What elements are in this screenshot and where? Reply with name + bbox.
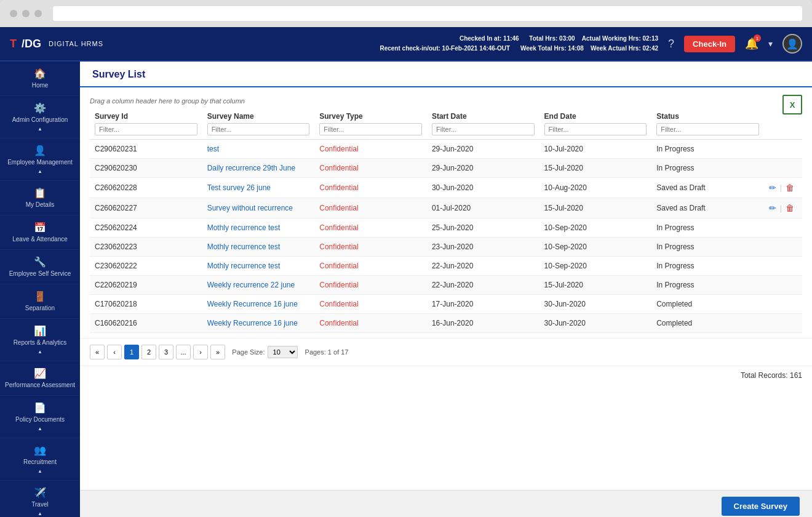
sidebar-item-policy[interactable]: 📄 Policy Documents ▲ bbox=[0, 396, 80, 438]
sidebar-item-performance[interactable]: 📈 Performance Assessment bbox=[0, 361, 80, 396]
week-actual-label: Week Actual Hrs: bbox=[591, 45, 641, 52]
cell-survey-id: C230620222 bbox=[90, 257, 202, 276]
actual-hrs-value: 02:13 bbox=[643, 35, 659, 42]
pagination-area: « ‹ 1 2 3 ... › » Page Size: 10 20 bbox=[80, 338, 812, 366]
recruitment-chevron-icon: ▲ bbox=[38, 468, 42, 474]
policy-chevron-icon: ▲ bbox=[38, 426, 42, 431]
cell-status: In Progress bbox=[651, 140, 764, 159]
sidebar-item-reports[interactable]: 📊 Reports & Analytics ▲ bbox=[0, 319, 80, 361]
col-header-start-date: Start Date bbox=[427, 108, 539, 140]
my-details-icon: 📋 bbox=[34, 187, 46, 199]
cell-status: In Progress bbox=[651, 238, 764, 257]
filter-survey-type[interactable] bbox=[319, 123, 422, 135]
cell-actions: ✏ | 🗑 bbox=[764, 198, 802, 218]
sidebar-item-self-service[interactable]: 🔧 Employee Self Service bbox=[0, 250, 80, 284]
table-row: C170620218 Weekly Recurrence 16 june Con… bbox=[90, 295, 802, 314]
sidebar-item-leave[interactable]: 📅 Leave & Attendance bbox=[0, 215, 80, 250]
sidebar-item-separation[interactable]: 🚪 Separation bbox=[0, 284, 80, 319]
filter-survey-name[interactable] bbox=[207, 123, 310, 135]
browser-dot-green bbox=[34, 10, 42, 17]
week-actual-value: 02:42 bbox=[643, 45, 659, 52]
page-2-button[interactable]: 2 bbox=[141, 345, 156, 359]
cell-survey-type: Confidential bbox=[314, 238, 427, 257]
cell-survey-name[interactable]: Daily recurrence 29th June bbox=[202, 159, 315, 178]
help-icon[interactable]: ? bbox=[668, 38, 674, 50]
leave-icon: 📅 bbox=[34, 222, 46, 233]
total-hrs-label: Total Hrs: bbox=[529, 35, 557, 42]
cell-end-date: 30-Jun-2020 bbox=[539, 314, 652, 333]
cell-survey-type: Confidential bbox=[314, 218, 427, 238]
cell-start-date: 23-Jun-2020 bbox=[427, 238, 539, 257]
page-size-select[interactable]: 10 20 50 100 bbox=[268, 346, 298, 358]
page-last-button[interactable]: » bbox=[210, 345, 225, 359]
survey-name-link[interactable]: Weekly Recurrence 16 june bbox=[207, 319, 298, 327]
cell-survey-type: Confidential bbox=[314, 257, 427, 276]
filter-survey-id[interactable] bbox=[95, 123, 197, 135]
survey-name-link[interactable]: Test survey 26 june bbox=[207, 183, 271, 192]
cell-survey-name[interactable]: Mothly recurrence test bbox=[202, 238, 315, 257]
cell-survey-name[interactable]: Mothly recurrence test bbox=[202, 257, 315, 276]
avatar[interactable]: 👤 bbox=[782, 34, 802, 54]
delete-button[interactable]: 🗑 bbox=[786, 203, 794, 213]
cell-survey-name[interactable]: test bbox=[202, 140, 315, 159]
cell-status: In Progress bbox=[651, 257, 764, 276]
cell-survey-name[interactable]: Survey without recurrence bbox=[202, 198, 315, 218]
cell-survey-name[interactable]: Test survey 26 june bbox=[202, 178, 315, 198]
sidebar-label-admin: Admin Configuration bbox=[12, 116, 68, 124]
filter-end-date[interactable] bbox=[544, 123, 647, 135]
sidebar-item-my-details[interactable]: 📋 My Details bbox=[0, 181, 80, 215]
cell-end-date: 10-Aug-2020 bbox=[539, 178, 652, 198]
survey-name-link[interactable]: test bbox=[207, 145, 219, 153]
survey-name-link[interactable]: Mothly recurrence test bbox=[207, 262, 281, 270]
survey-name-link[interactable]: Mothly recurrence test bbox=[207, 223, 281, 232]
sidebar-label-reports: Reports & Analytics bbox=[14, 339, 67, 347]
logo-dg-letters: /DG bbox=[22, 38, 41, 50]
survey-name-link[interactable]: Daily recurrence 29th June bbox=[207, 164, 295, 172]
sidebar-item-employee-mgmt[interactable]: 👤 Employee Management ▲ bbox=[0, 138, 80, 181]
sidebar-item-travel[interactable]: ✈️ Travel ▲ bbox=[0, 481, 80, 517]
page-3-button[interactable]: 3 bbox=[159, 345, 173, 359]
cell-actions bbox=[764, 159, 802, 178]
cell-survey-id: C170620218 bbox=[90, 295, 202, 314]
sidebar-label-policy: Policy Documents bbox=[15, 416, 65, 423]
page-ellipsis-button[interactable]: ... bbox=[176, 345, 191, 359]
edit-button[interactable]: ✏ bbox=[769, 203, 776, 213]
sidebar-label-recruitment: Recruitment bbox=[23, 459, 57, 466]
cell-survey-name[interactable]: Weekly Recurrence 16 june bbox=[202, 314, 315, 333]
sidebar-item-recruitment[interactable]: 👥 Recruitment ▲ bbox=[0, 438, 80, 481]
cell-survey-name[interactable]: Weekly Recurrence 16 june bbox=[202, 295, 315, 314]
notifications-icon[interactable]: 🔔 1 bbox=[745, 37, 758, 50]
survey-name-link[interactable]: Weekly Recurrence 16 june bbox=[207, 300, 298, 308]
page-next-button[interactable]: › bbox=[193, 345, 208, 359]
cell-actions: ✏ | 🗑 bbox=[764, 178, 802, 198]
create-survey-button[interactable]: Create Survey bbox=[722, 497, 800, 516]
checkin-button[interactable]: Check-In bbox=[684, 36, 735, 52]
filter-status[interactable] bbox=[656, 123, 759, 135]
edit-button[interactable]: ✏ bbox=[769, 183, 776, 193]
col-header-survey-type: Survey Type bbox=[314, 108, 427, 140]
action-divider: | bbox=[780, 183, 782, 192]
cell-survey-id: C260620228 bbox=[90, 178, 202, 198]
table-row: C260620228 Test survey 26 june Confident… bbox=[90, 178, 802, 198]
content-area: Survey List X Drag a column header here … bbox=[80, 62, 812, 517]
sidebar-item-home[interactable]: 🏠 Home bbox=[0, 62, 80, 96]
survey-name-link[interactable]: Weekly recurrence 22 june bbox=[207, 281, 295, 289]
header-time-info: Checked In at: 11:46 Total Hrs: 03:00 Ac… bbox=[380, 34, 658, 54]
cell-survey-name[interactable]: Mothly recurrence test bbox=[202, 218, 315, 238]
admin-chevron-icon: ▲ bbox=[38, 126, 42, 132]
page-prev-button[interactable]: ‹ bbox=[107, 345, 122, 359]
survey-name-link[interactable]: Mothly recurrence test bbox=[207, 242, 281, 251]
excel-export-button[interactable]: X bbox=[782, 95, 802, 114]
page-1-button[interactable]: 1 bbox=[124, 345, 139, 359]
sidebar-item-admin[interactable]: ⚙️ Admin Configuration ▲ bbox=[0, 96, 80, 138]
header-arrow-icon[interactable]: ▾ bbox=[768, 39, 773, 49]
cell-status: Completed bbox=[651, 295, 764, 314]
cell-survey-name[interactable]: Weekly recurrence 22 june bbox=[202, 276, 315, 295]
employee-mgmt-icon: 👤 bbox=[34, 145, 46, 156]
cell-start-date: 30-Jun-2020 bbox=[427, 178, 539, 198]
sidebar-label-self-service: Employee Self Service bbox=[9, 270, 71, 278]
filter-start-date[interactable] bbox=[432, 123, 535, 135]
survey-name-link[interactable]: Survey without recurrence bbox=[207, 204, 293, 212]
page-first-button[interactable]: « bbox=[90, 345, 105, 359]
delete-button[interactable]: 🗑 bbox=[786, 183, 794, 193]
